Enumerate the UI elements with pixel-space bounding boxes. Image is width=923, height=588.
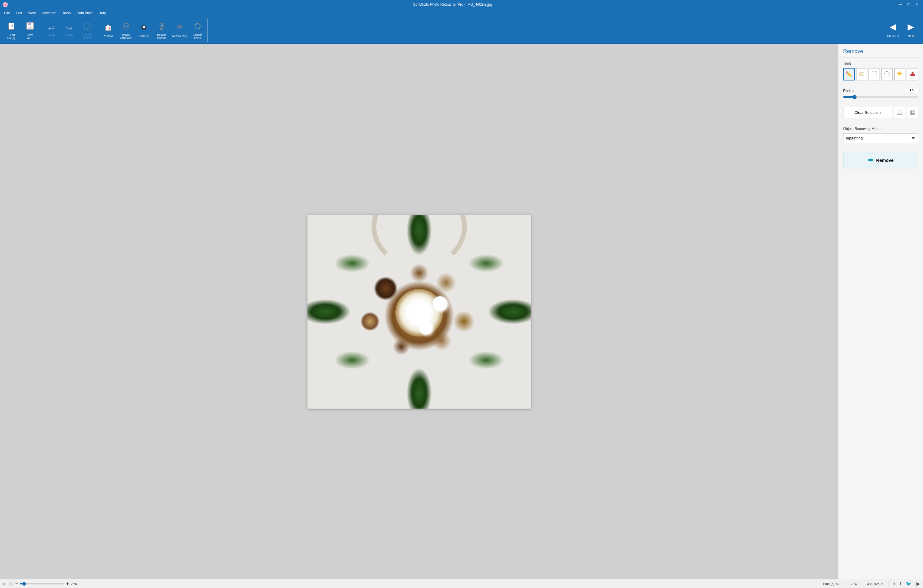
original-image-icon <box>83 22 91 32</box>
zoom-slider-thumb[interactable] <box>22 582 26 586</box>
stamp-tool-button[interactable] <box>907 68 918 80</box>
magic-wand-button[interactable] <box>894 68 906 80</box>
close-button[interactable]: ✕ <box>913 2 921 7</box>
clear-selection-section: Clear Selection <box>838 102 923 123</box>
colorize-icon <box>193 22 202 32</box>
undo-icon: ↩ <box>48 24 55 33</box>
toolbar-undo-button[interactable]: ↩ Undo <box>43 20 60 41</box>
pencil-icon: ✏️ <box>846 71 852 77</box>
twitter-icon[interactable]: 🐦 <box>906 581 912 586</box>
svg-point-34 <box>899 73 901 74</box>
toolbar-retouching-button[interactable]: Retouching <box>171 20 188 41</box>
toolbar-group-nav: Previous Next <box>883 18 921 42</box>
previous-label: Previous <box>887 34 899 38</box>
remove-btn-section: ➡ Remove <box>838 147 923 173</box>
zoom-out-icon[interactable]: − <box>15 581 18 586</box>
zoom-percent-label: 25% <box>71 582 81 586</box>
info-icon[interactable]: ℹ <box>893 581 895 586</box>
svg-text:+: + <box>11 24 13 28</box>
undo-label: Undo <box>48 34 55 37</box>
toolbar-group-tools: Remove ImageCorrection Denoise Reduceblu… <box>99 18 208 42</box>
toolbar-colorize-button[interactable]: Colorizephoto <box>189 20 206 41</box>
menu-bar: File Edit View Selection Tools SoftOrbit… <box>0 9 923 17</box>
menu-selection[interactable]: Selection <box>39 10 59 16</box>
save-as-icon <box>25 21 35 32</box>
radius-value-input[interactable] <box>905 88 918 94</box>
menu-tools[interactable]: Tools <box>59 10 74 16</box>
maximize-button[interactable]: □ <box>905 2 912 7</box>
svg-rect-8 <box>107 25 109 26</box>
menu-edit[interactable]: Edit <box>13 10 25 16</box>
svg-line-38 <box>898 74 899 76</box>
svg-line-37 <box>901 72 902 73</box>
rectangle-select-button[interactable] <box>869 68 880 80</box>
denoise-icon <box>140 23 148 33</box>
toolbar-denoise-button[interactable]: Denoise <box>135 20 153 41</box>
menu-help[interactable]: Help <box>96 10 109 16</box>
status-separator-2 <box>846 581 846 586</box>
app-title: SoftOrbits Photo Retoucher Pro - IMG_460… <box>8 2 897 7</box>
next-icon <box>905 23 917 33</box>
svg-rect-40 <box>912 72 913 74</box>
colorize-label: Colorizephoto <box>192 33 202 39</box>
object-mode-select[interactable]: Inpainting Content-Aware Fill Texture Sy… <box>843 133 918 143</box>
zoom-controls: ⊙ ⬜ − + 25% <box>3 581 81 586</box>
next-label: Next <box>908 34 914 38</box>
toolbar-image-correction-button[interactable]: ImageCorrection <box>117 20 135 41</box>
right-panel: Remove Tools ✏️ <box>838 44 923 579</box>
toolbar-reduce-blurring-button[interactable]: Reduceblurring <box>153 20 171 41</box>
tools-section-label: Tools <box>843 61 918 66</box>
toolbar: + AddFile(s)... Saveas... ↩ Undo ↪ Redo … <box>0 17 923 44</box>
original-image-label: OriginalImage <box>82 33 92 39</box>
pencil-tool-button[interactable]: ✏️ <box>843 68 855 80</box>
magic-wand-icon <box>897 70 903 78</box>
clear-selection-button[interactable]: Clear Selection <box>843 107 892 118</box>
eraser-tool-button[interactable] <box>856 68 867 80</box>
toolbar-save-as-button[interactable]: Saveas... <box>21 20 39 41</box>
lasso-icon <box>884 70 890 78</box>
menu-view[interactable]: View <box>25 10 39 16</box>
status-right: Time (s): 0.1 JPG 3580x2408 ℹ f 🐦 ▶ <box>823 581 920 586</box>
svg-point-17 <box>161 25 163 26</box>
svg-point-22 <box>179 26 179 26</box>
toolbar-remove-button[interactable]: Remove <box>100 20 117 41</box>
toolbar-previous-button[interactable]: Previous <box>884 20 902 41</box>
object-mode-section: Object Removing Mode Inpainting Content-… <box>838 123 923 147</box>
remove-tool-icon <box>103 23 113 33</box>
toolbar-next-button[interactable]: Next <box>902 20 920 41</box>
minimize-button[interactable]: ─ <box>897 2 904 7</box>
main-layout: Remove Tools ✏️ <box>0 44 923 579</box>
radius-slider-track[interactable] <box>843 96 918 98</box>
fit-to-window-icon[interactable]: ⊙ <box>3 581 7 586</box>
select-all-button[interactable] <box>894 107 905 118</box>
fit-selection-icon[interactable]: ⬜ <box>8 581 13 586</box>
svg-line-18 <box>160 28 161 30</box>
svg-rect-44 <box>912 111 914 113</box>
toolbar-original-image-button[interactable]: OriginalImage <box>78 20 96 41</box>
menu-softorbits[interactable]: SoftOrbits <box>74 10 95 16</box>
invert-selection-button[interactable] <box>907 107 918 118</box>
zoom-slider-track[interactable] <box>20 583 64 585</box>
svg-line-35 <box>898 72 899 73</box>
svg-point-14 <box>127 26 128 27</box>
facebook-icon[interactable]: f <box>900 581 901 586</box>
retouching-icon <box>175 23 184 33</box>
retouching-label: Retouching <box>172 34 187 38</box>
remove-label: Remove <box>102 34 113 38</box>
youtube-icon[interactable]: ▶ <box>916 581 920 586</box>
redo-label: Redo <box>66 34 73 37</box>
zoom-in-icon[interactable]: + <box>66 581 69 586</box>
svg-line-36 <box>901 74 902 76</box>
toolbar-add-files-button[interactable]: + AddFile(s)... <box>3 20 21 41</box>
format-label: JPG <box>851 582 857 586</box>
toolbar-group-file: + AddFile(s)... Saveas... <box>2 18 40 42</box>
menu-file[interactable]: File <box>1 10 13 16</box>
eraser-icon <box>858 70 865 78</box>
panel-title: Remove <box>838 44 923 58</box>
remove-action-button[interactable]: ➡ Remove <box>843 152 918 168</box>
status-bar: ⊙ ⬜ − + 25% Time (s): 0.1 JPG 3580x2408 … <box>0 579 923 588</box>
canvas-area[interactable] <box>0 44 838 579</box>
toolbar-redo-button[interactable]: ↪ Redo <box>61 20 78 41</box>
lasso-select-button[interactable] <box>881 68 893 80</box>
radius-slider-thumb[interactable] <box>852 95 857 99</box>
